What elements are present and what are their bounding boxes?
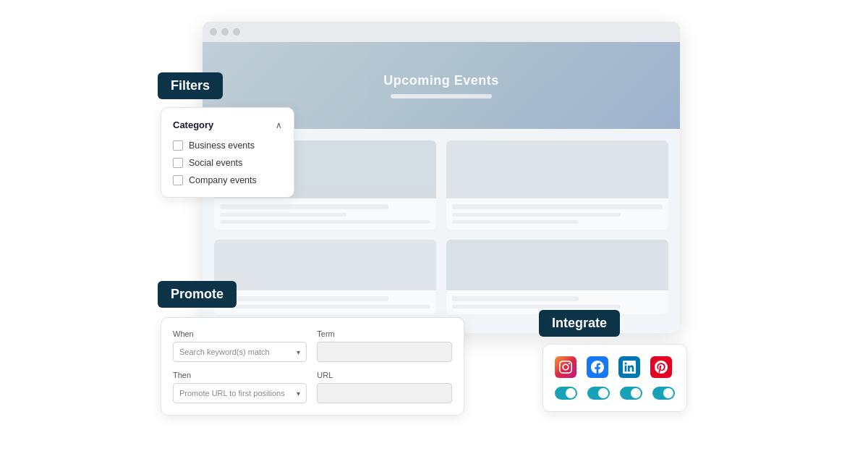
event-line bbox=[452, 213, 621, 217]
pinterest-icon[interactable] bbox=[650, 356, 672, 378]
toggle-knob-facebook bbox=[598, 388, 608, 398]
filter-item-company[interactable]: Company events bbox=[173, 175, 282, 185]
promote-when-label: When bbox=[173, 329, 307, 338]
toggle-knob-instagram bbox=[566, 388, 576, 398]
browser-dot-green bbox=[233, 28, 240, 35]
toggle-linkedin[interactable] bbox=[620, 387, 642, 400]
instagram-icon[interactable] bbox=[555, 356, 576, 378]
event-card-image-3 bbox=[214, 240, 436, 290]
filter-item-social[interactable]: Social events bbox=[173, 158, 282, 168]
promote-then-arrow-icon: ▾ bbox=[297, 390, 300, 398]
promote-then-placeholder: Promote URL to first positions bbox=[179, 389, 285, 398]
integrate-label: Integrate bbox=[539, 310, 620, 337]
browser-titlebar bbox=[203, 22, 680, 42]
promote-term-field: Term bbox=[317, 329, 452, 362]
toggle-instagram[interactable] bbox=[555, 387, 577, 400]
event-line bbox=[452, 204, 663, 209]
promote-then-field: Then Promote URL to first positions ▾ bbox=[173, 371, 307, 403]
event-card-lines-2 bbox=[446, 198, 668, 230]
event-line bbox=[220, 220, 430, 224]
filter-item-business[interactable]: Business events bbox=[173, 140, 282, 151]
event-line bbox=[452, 305, 621, 308]
filter-label-business: Business events bbox=[189, 140, 255, 151]
promote-then-input[interactable]: Promote URL to first positions ▾ bbox=[173, 383, 307, 403]
promote-term-input[interactable] bbox=[317, 342, 452, 362]
filters-label: Filters bbox=[158, 72, 223, 99]
filter-panel: Category ∧ Business events Social events… bbox=[161, 107, 294, 198]
hero-title: Upcoming Events bbox=[383, 73, 499, 88]
filter-checkbox-business[interactable] bbox=[173, 140, 183, 151]
promote-when-field: When Search keyword(s) match ▾ bbox=[173, 329, 307, 362]
toggle-knob-pinterest bbox=[663, 388, 673, 398]
promote-when-arrow-icon: ▾ bbox=[297, 348, 300, 356]
integrate-panel bbox=[542, 344, 687, 412]
promote-term-label: Term bbox=[317, 329, 452, 338]
promote-then-label: Then bbox=[173, 371, 307, 379]
filter-chevron-icon: ∧ bbox=[276, 120, 282, 130]
event-card-4 bbox=[446, 240, 668, 314]
promote-row-1: When Search keyword(s) match ▾ Term bbox=[173, 329, 452, 362]
promote-when-placeholder: Search keyword(s) match bbox=[179, 348, 270, 356]
filter-checkbox-company[interactable] bbox=[173, 175, 183, 185]
event-line bbox=[452, 296, 579, 301]
hero-searchbar bbox=[391, 94, 492, 98]
event-card-3 bbox=[214, 240, 436, 314]
facebook-icon[interactable] bbox=[587, 356, 608, 378]
toggle-facebook[interactable] bbox=[587, 387, 610, 400]
promote-row-2: Then Promote URL to first positions ▾ UR… bbox=[173, 371, 452, 403]
event-card-lines-3 bbox=[214, 290, 436, 314]
browser-dot-yellow bbox=[221, 28, 229, 35]
event-line bbox=[220, 305, 430, 308]
event-line bbox=[220, 296, 388, 301]
filter-label-company: Company events bbox=[189, 175, 257, 185]
promote-url-label: URL bbox=[317, 371, 452, 379]
integrate-icons-row bbox=[555, 356, 675, 378]
event-card-image-4 bbox=[446, 240, 668, 290]
filter-checkbox-social[interactable] bbox=[173, 158, 183, 168]
event-line bbox=[220, 204, 388, 209]
linkedin-icon[interactable] bbox=[618, 356, 640, 378]
toggle-pinterest[interactable] bbox=[652, 387, 675, 400]
promote-label: Promote bbox=[158, 281, 237, 308]
integrate-toggles-row bbox=[555, 387, 675, 400]
promote-url-input[interactable] bbox=[317, 383, 452, 403]
promote-url-field: URL bbox=[317, 371, 452, 403]
filter-label-social: Social events bbox=[189, 158, 242, 168]
event-card-2 bbox=[446, 140, 668, 230]
promote-panel: When Search keyword(s) match ▾ Term Then… bbox=[161, 317, 464, 416]
filter-category-title: Category bbox=[173, 119, 213, 130]
browser-dot-red bbox=[210, 28, 217, 35]
event-line bbox=[452, 220, 579, 224]
promote-when-input[interactable]: Search keyword(s) match ▾ bbox=[173, 342, 307, 362]
event-card-lines-1 bbox=[214, 198, 436, 230]
event-card-image-2 bbox=[446, 140, 668, 198]
toggle-knob-linkedin bbox=[631, 388, 641, 398]
event-line bbox=[220, 213, 346, 217]
filter-category-header: Category ∧ bbox=[173, 119, 282, 130]
